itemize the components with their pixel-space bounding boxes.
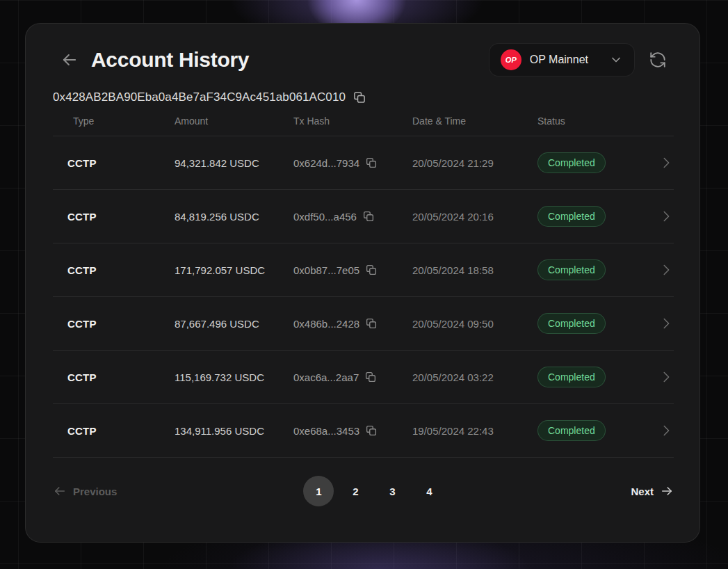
arrow-left-icon bbox=[60, 51, 79, 69]
chevron-right-icon[interactable] bbox=[653, 316, 674, 331]
tx-amount: 171,792.057 USDC bbox=[175, 264, 293, 276]
copy-tx-hash-button[interactable] bbox=[365, 264, 378, 276]
arrow-right-icon bbox=[660, 484, 674, 498]
page-button-4[interactable]: 4 bbox=[414, 476, 444, 506]
copy-icon bbox=[365, 317, 378, 330]
status-badge: Completed bbox=[537, 152, 606, 173]
tx-datetime: 20/05/2024 18:58 bbox=[412, 264, 537, 276]
tx-datetime: 20/05/2024 09:50 bbox=[412, 318, 537, 330]
pagination: Previous 1 2 3 4 Next bbox=[53, 474, 674, 508]
page-button-2[interactable]: 2 bbox=[340, 476, 371, 506]
copy-icon bbox=[353, 90, 366, 104]
column-header-datetime: Date & Time bbox=[412, 115, 537, 127]
network-label: OP Mainnet bbox=[530, 54, 588, 66]
page-title: Account History bbox=[91, 48, 249, 72]
wallet-address: 0x428AB2BA90Eba0a4Be7aF34C9Ac451ab061AC0… bbox=[53, 90, 346, 104]
copy-tx-hash-button[interactable] bbox=[362, 210, 375, 223]
table-header: Type Amount Tx Hash Date & Time Status bbox=[53, 106, 674, 136]
tx-type: CCTP bbox=[67, 157, 175, 169]
table-row[interactable]: CCTP 87,667.496 USDC 0x486b...2428 20/05… bbox=[53, 297, 674, 351]
op-network-icon: OP bbox=[501, 49, 521, 70]
previous-page-button[interactable]: Previous bbox=[53, 484, 117, 498]
next-page-button[interactable]: Next bbox=[631, 484, 674, 498]
copy-tx-hash-button[interactable] bbox=[365, 424, 378, 437]
tx-datetime: 19/05/2024 22:43 bbox=[412, 425, 537, 437]
copy-icon bbox=[365, 157, 378, 169]
tx-hash: 0x0b87...7e05 bbox=[293, 264, 359, 276]
tx-type: CCTP bbox=[67, 264, 175, 276]
previous-label: Previous bbox=[73, 486, 117, 497]
back-button[interactable] bbox=[60, 51, 79, 69]
refresh-button[interactable] bbox=[649, 51, 667, 69]
copy-icon bbox=[365, 264, 378, 276]
copy-icon bbox=[365, 424, 378, 437]
status-badge: Completed bbox=[537, 313, 606, 334]
transactions-table: Type Amount Tx Hash Date & Time Status C… bbox=[53, 106, 674, 458]
page-button-1[interactable]: 1 bbox=[303, 476, 334, 506]
copy-tx-hash-button[interactable] bbox=[365, 317, 378, 330]
refresh-icon bbox=[649, 51, 667, 69]
column-header-type: Type bbox=[67, 115, 175, 127]
status-badge: Completed bbox=[537, 420, 606, 441]
address-row: 0x428AB2BA90Eba0a4Be7aF34C9Ac451ab061AC0… bbox=[53, 89, 674, 106]
copy-icon bbox=[362, 210, 375, 223]
tx-type: CCTP bbox=[67, 371, 175, 383]
account-history-card: Account History OP OP Mainnet 0x428AB2BA… bbox=[25, 23, 700, 543]
tx-amount: 94,321.842 USDC bbox=[175, 157, 293, 169]
chevron-right-icon[interactable] bbox=[653, 209, 674, 224]
card-header: Account History OP OP Mainnet bbox=[26, 24, 699, 77]
table-row[interactable]: CCTP 134,911.956 USDC 0xe68a...3453 19/0… bbox=[53, 404, 674, 458]
header-actions: OP OP Mainnet bbox=[489, 43, 667, 77]
tx-hash: 0xdf50...a456 bbox=[293, 211, 357, 223]
tx-hash: 0x624d...7934 bbox=[293, 157, 359, 169]
column-header-status: Status bbox=[537, 115, 653, 127]
tx-amount: 134,911.956 USDC bbox=[175, 425, 293, 437]
tx-hash: 0xac6a...2aa7 bbox=[293, 371, 359, 383]
copy-icon bbox=[364, 371, 377, 383]
page-numbers: 1 2 3 4 bbox=[303, 476, 444, 506]
tx-datetime: 20/05/2024 20:16 bbox=[412, 211, 537, 223]
next-label: Next bbox=[631, 486, 654, 497]
tx-type: CCTP bbox=[67, 211, 175, 223]
chevron-down-icon bbox=[609, 53, 623, 67]
status-badge: Completed bbox=[537, 367, 606, 387]
status-badge: Completed bbox=[537, 259, 606, 280]
page-button-3[interactable]: 3 bbox=[377, 476, 407, 506]
tx-hash: 0x486b...2428 bbox=[293, 318, 359, 330]
table-row[interactable]: CCTP 115,169.732 USDC 0xac6a...2aa7 20/0… bbox=[53, 351, 674, 404]
copy-address-button[interactable] bbox=[353, 90, 366, 104]
tx-type: CCTP bbox=[67, 425, 175, 437]
arrow-left-icon bbox=[53, 484, 67, 498]
chevron-right-icon[interactable] bbox=[653, 423, 674, 438]
copy-tx-hash-button[interactable] bbox=[364, 371, 377, 383]
column-header-amount: Amount bbox=[175, 115, 293, 127]
chevron-right-icon[interactable] bbox=[653, 262, 674, 278]
table-row[interactable]: CCTP 94,321.842 USDC 0x624d...7934 20/05… bbox=[53, 136, 674, 190]
app-background: { "header": { "title": "Account History"… bbox=[0, 0, 728, 569]
table-row[interactable]: CCTP 84,819.256 USDC 0xdf50...a456 20/05… bbox=[53, 190, 674, 243]
tx-type: CCTP bbox=[67, 318, 175, 330]
tx-datetime: 20/05/2024 21:29 bbox=[412, 157, 537, 169]
chevron-right-icon[interactable] bbox=[653, 155, 674, 170]
tx-amount: 115,169.732 USDC bbox=[175, 371, 293, 383]
chevron-right-icon[interactable] bbox=[653, 369, 674, 385]
tx-hash: 0xe68a...3453 bbox=[293, 425, 359, 437]
column-header-tx-hash: Tx Hash bbox=[293, 115, 412, 127]
copy-tx-hash-button[interactable] bbox=[365, 157, 378, 169]
tx-amount: 84,819.256 USDC bbox=[175, 211, 293, 223]
status-badge: Completed bbox=[537, 206, 606, 227]
table-row[interactable]: CCTP 171,792.057 USDC 0x0b87...7e05 20/0… bbox=[53, 243, 674, 297]
tx-amount: 87,667.496 USDC bbox=[175, 318, 293, 330]
tx-datetime: 20/05/2024 03:22 bbox=[412, 371, 537, 383]
network-select-button[interactable]: OP OP Mainnet bbox=[489, 43, 635, 77]
